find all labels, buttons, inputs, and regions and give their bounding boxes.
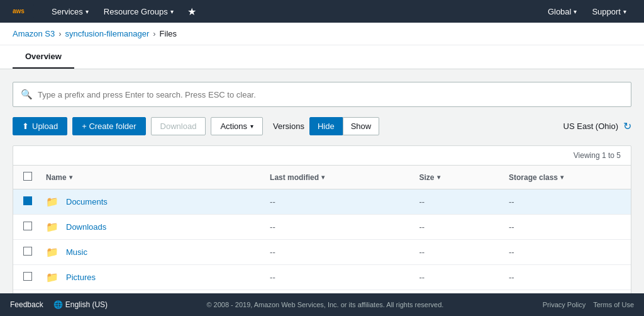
row-checkbox-2[interactable] [23,247,32,256]
name-sort-icon: ▾ [69,174,72,181]
versions-toggle-group: Hide Show [309,117,379,135]
file-name-link-0[interactable]: Documents [66,197,108,206]
footer-left: Feedback 🌐 English (US) [10,300,108,309]
table-row[interactable]: 📁 Documents -- -- -- [13,189,631,215]
global-nav[interactable]: Global ▾ [540,0,585,23]
actions-button[interactable]: Actions ▾ [211,117,263,135]
folder-icon: 📁 [46,221,58,233]
breadcrumb-bucket[interactable]: syncfusion-filemanager [65,29,150,38]
storage-value: -- [509,222,514,232]
row-modified-3: -- [270,273,419,282]
global-chevron-icon: ▾ [574,8,577,15]
resource-groups-chevron-icon: ▾ [170,8,174,15]
refresh-icon[interactable]: ↻ [623,120,631,132]
size-value: -- [419,273,425,282]
row-size-3: -- [419,273,509,282]
folder-icon: 📁 [46,246,58,258]
table-row[interactable]: 📁 Downloads -- -- -- [13,215,631,240]
col-name-header[interactable]: Name ▾ [46,173,270,182]
size-sort-icon: ▾ [437,174,440,181]
top-nav: aws Services ▾ Resource Groups ▾ ★ Globa… [0,0,644,23]
language-selector[interactable]: 🌐 English (US) [53,300,108,309]
col-storage-header[interactable]: Storage class ▾ [509,173,621,182]
file-name-link-2[interactable]: Music [66,247,87,257]
col-modified-header[interactable]: Last modified ▾ [270,173,419,182]
select-all-checkbox[interactable] [23,172,32,181]
breadcrumb-sep-1: › [58,29,61,38]
resource-groups-nav[interactable]: Resource Groups ▾ [96,0,181,23]
row-name-3: 📁 Pictures [46,271,270,283]
row-storage-0: -- [509,197,621,206]
support-nav[interactable]: Support ▾ [584,0,634,23]
upload-button[interactable]: ⬆ Upload [13,117,67,135]
versions-hide-button[interactable]: Hide [309,117,343,135]
versions-show-button[interactable]: Show [343,117,380,135]
resource-groups-label: Resource Groups [104,7,168,16]
versions-label: Versions [273,121,304,131]
search-input[interactable] [38,90,623,99]
row-size-0: -- [419,197,509,206]
table-row[interactable]: 📁 Pictures -- -- -- [13,265,631,290]
header-checkbox-col [23,172,46,183]
feedback-button[interactable]: Feedback [10,300,43,309]
modified-value: -- [270,273,275,282]
col-modified-label: Last modified [270,173,319,182]
services-chevron-icon: ▾ [86,8,89,15]
svg-text:aws: aws [13,8,25,14]
col-size-header[interactable]: Size ▾ [419,173,509,182]
support-label: Support [592,7,621,16]
row-checkbox-col [23,196,46,207]
tab-bar: Overview [0,45,644,69]
favorites-button[interactable]: ★ [181,0,203,23]
upload-icon: ⬆ [22,121,29,131]
breadcrumb-sep-2: › [153,29,155,38]
row-checkbox-col [23,247,46,257]
tab-overview[interactable]: Overview [13,45,74,69]
size-value: -- [419,222,425,232]
aws-logo: aws [10,4,34,18]
row-checkbox-col [23,272,46,283]
row-size-1: -- [419,222,509,232]
upload-label: Upload [32,121,58,131]
privacy-link[interactable]: Privacy Policy [543,301,586,308]
size-value: -- [419,197,425,206]
file-name-link-1[interactable]: Downloads [66,222,106,232]
create-folder-button[interactable]: + Create folder [72,117,145,135]
support-chevron-icon: ▾ [623,8,626,15]
row-storage-3: -- [509,273,621,282]
col-storage-label: Storage class [509,173,558,182]
table-row[interactable]: 📁 Music -- -- -- [13,240,631,265]
row-checkbox-0[interactable] [23,196,32,205]
download-label: Download [160,121,197,131]
breadcrumb: Amazon S3 › syncfusion-filemanager › Fil… [0,23,644,45]
services-label: Services [52,7,83,16]
row-checkbox-1[interactable] [23,222,32,230]
create-folder-label: + Create folder [82,121,136,131]
footer: Feedback 🌐 English (US) © 2008 - 2019, A… [0,293,644,316]
breadcrumb-s3[interactable]: Amazon S3 [13,29,55,38]
terms-link[interactable]: Terms of Use [593,301,634,308]
download-button[interactable]: Download [151,117,206,135]
col-name-label: Name [46,173,67,182]
row-size-2: -- [419,247,509,257]
row-checkbox-3[interactable] [23,272,32,281]
breadcrumb-current: Files [160,29,177,38]
actions-chevron-icon: ▾ [250,123,253,130]
modified-value: -- [270,247,275,257]
search-icon: 🔍 [21,89,33,100]
modified-value: -- [270,197,275,206]
toolbar: ⬆ Upload + Create folder Download Action… [13,117,631,135]
language-label: English (US) [65,300,108,309]
row-modified-2: -- [270,247,419,257]
footer-copyright: © 2008 - 2019, Amazon Web Services, Inc.… [108,301,543,308]
file-name-link-3[interactable]: Pictures [66,273,96,282]
toolbar-right: US East (Ohio) ↻ [564,120,631,132]
storage-value: -- [509,273,514,282]
footer-right: Privacy Policy Terms of Use [543,301,634,308]
file-table: Viewing 1 to 5 Name ▾ Last modified ▾ Si… [13,145,631,315]
modified-sort-icon: ▾ [321,174,325,181]
storage-value: -- [509,247,514,257]
storage-sort-icon: ▾ [560,174,564,181]
services-nav[interactable]: Services ▾ [44,0,96,23]
modified-value: -- [270,222,275,232]
